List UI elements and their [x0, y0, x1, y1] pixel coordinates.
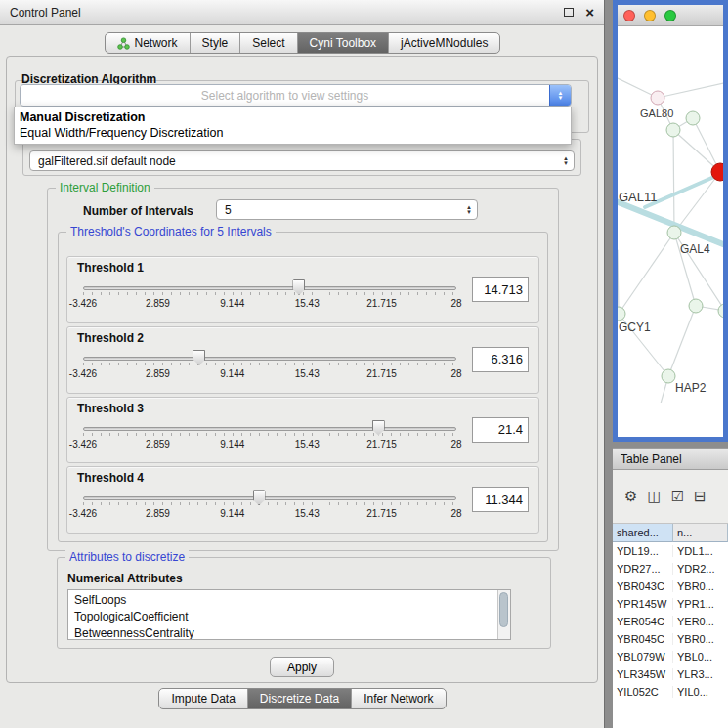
- tab-style[interactable]: Style: [190, 33, 240, 53]
- table-cell[interactable]: YBL079W: [613, 651, 673, 663]
- network-edge[interactable]: [673, 130, 674, 233]
- combo-stepper-icon[interactable]: ▲ ▼: [549, 85, 571, 106]
- table-cell[interactable]: YDL1...: [673, 545, 728, 557]
- tab-discretize-data[interactable]: Discretize Data: [247, 689, 351, 708]
- dropdown-item-manual-discretization[interactable]: Manual Discretization: [15, 109, 571, 125]
- table-row[interactable]: YDL19...YDL1...: [613, 542, 728, 560]
- network-canvas[interactable]: GAL80GAL11GAL4GCY1HAP2: [618, 26, 723, 403]
- table-row[interactable]: YLR345WYLR3...: [613, 665, 728, 683]
- table-row[interactable]: YBR043CYBR0...: [613, 578, 728, 595]
- network-node[interactable]: [618, 307, 625, 321]
- zoom-button[interactable]: [664, 10, 676, 21]
- table-cell[interactable]: YDR2...: [673, 563, 728, 575]
- select-all-icon[interactable]: ☑: [671, 488, 684, 505]
- network-node[interactable]: [651, 91, 664, 105]
- table-cell[interactable]: YPR145W: [613, 598, 673, 610]
- list-item-betweennesscentrality[interactable]: BetweennessCentrality: [74, 625, 510, 640]
- float-window-icon[interactable]: [564, 8, 574, 17]
- table-cell[interactable]: YDR27...: [613, 563, 673, 575]
- tab-impute-data[interactable]: Impute Data: [159, 689, 246, 708]
- threshold-4-value-field[interactable]: 11.344: [472, 487, 529, 512]
- threshold-3-value-field[interactable]: 21.4: [472, 417, 529, 443]
- network-view-window[interactable]: GAL80GAL11GAL4GCY1HAP2: [613, 0, 728, 442]
- network-node[interactable]: [718, 304, 723, 318]
- table-cell[interactable]: YBR043C: [613, 580, 673, 592]
- table-cell[interactable]: YDL19...: [613, 545, 673, 557]
- table-cell[interactable]: YPR1...: [673, 598, 728, 610]
- slider-track[interactable]: [83, 427, 456, 431]
- close-button[interactable]: [623, 10, 635, 21]
- table-cell[interactable]: YBR0...: [673, 633, 728, 645]
- table-cell[interactable]: YER054C: [613, 616, 673, 627]
- number-of-intervals-combobox[interactable]: 5 ▲ ▼: [216, 199, 478, 220]
- numerical-attributes-list[interactable]: SelfLoopsTopologicalCoefficientBetweenne…: [67, 589, 511, 640]
- table-row[interactable]: YBR045CYBR0...: [613, 630, 728, 648]
- scale-label: 9.144: [220, 368, 244, 379]
- table-row[interactable]: YIL052CYIL0...: [613, 683, 728, 701]
- table-row[interactable]: YER054CYER0...: [613, 613, 728, 630]
- scale-label: 9.144: [220, 439, 244, 450]
- network-window-titlebar[interactable]: [618, 5, 723, 26]
- list-scrollbar[interactable]: [497, 590, 510, 639]
- slider-track[interactable]: [83, 357, 456, 361]
- gear-icon[interactable]: ⚙: [624, 488, 637, 505]
- tab-label: Infer Network: [364, 692, 433, 706]
- network-edge[interactable]: [618, 201, 723, 246]
- apply-button[interactable]: Apply: [270, 657, 334, 677]
- table-data-combobox[interactable]: galFiltered.sif default node ▲ ▼: [29, 150, 575, 171]
- tab-jactivemnodules[interactable]: jActiveMNodules: [388, 33, 499, 53]
- column-header-name[interactable]: n...: [673, 524, 728, 542]
- combo-stepper-icon[interactable]: ▲ ▼: [558, 156, 574, 166]
- node-label-hap2: HAP2: [675, 381, 707, 395]
- scale-label: 28: [450, 368, 461, 379]
- table-row[interactable]: YDR27...YDR2...: [613, 560, 728, 578]
- network-node[interactable]: [666, 123, 680, 137]
- threshold-2-slider[interactable]: [83, 349, 456, 366]
- network-edge[interactable]: [673, 130, 720, 172]
- network-node[interactable]: [686, 111, 700, 125]
- slider-track[interactable]: [83, 286, 456, 290]
- table-cell[interactable]: YIL0...: [673, 686, 728, 698]
- table-cell[interactable]: YBR045C: [613, 633, 673, 645]
- list-item-selfloops[interactable]: SelfLoops: [74, 592, 510, 609]
- column-header-shared-name[interactable]: shared...: [613, 524, 673, 542]
- table-cell[interactable]: YLR345W: [613, 668, 673, 680]
- network-node[interactable]: [662, 369, 675, 383]
- scrollbar-thumb[interactable]: [499, 592, 508, 627]
- table-cell[interactable]: YBL0...: [673, 651, 728, 663]
- threshold-1-slider[interactable]: [83, 278, 456, 296]
- tab-network[interactable]: Network: [106, 33, 190, 53]
- tab-cyni-toolbox[interactable]: Cyni Toolbox: [297, 33, 388, 53]
- clear-selection-icon[interactable]: ⊟: [694, 488, 707, 505]
- table-row[interactable]: YPR145WYPR1...: [613, 595, 728, 613]
- control-panel-titlebar[interactable]: Control Panel ×: [0, 0, 604, 25]
- network-edge[interactable]: [674, 172, 720, 233]
- table-row[interactable]: YBL079WYBL0...: [613, 648, 728, 665]
- threshold-1-value-field[interactable]: 14.713: [472, 277, 529, 302]
- close-window-icon[interactable]: ×: [585, 7, 594, 19]
- columns-icon[interactable]: ◫: [647, 488, 661, 505]
- network-edge[interactable]: [668, 306, 696, 376]
- network-edge[interactable]: [658, 82, 723, 98]
- algorithm-combobox[interactable]: Select algorithm to view settings ▲ ▼: [20, 84, 572, 107]
- table-cell[interactable]: YER0...: [673, 616, 728, 627]
- combo-stepper-icon[interactable]: ▲ ▼: [461, 205, 477, 215]
- network-edge[interactable]: [619, 233, 674, 314]
- list-item-topologicalcoefficient[interactable]: TopologicalCoefficient: [74, 609, 510, 625]
- network-edge[interactable]: [618, 250, 619, 314]
- tab-select[interactable]: Select: [239, 33, 296, 53]
- table-cell[interactable]: YBR0...: [673, 580, 728, 592]
- network-node[interactable]: [689, 299, 703, 313]
- network-graph[interactable]: GAL80GAL11GAL4GCY1HAP2: [618, 26, 723, 403]
- slider-track[interactable]: [83, 496, 456, 500]
- threshold-panel-1: Threshold 1-3.4262.8599.14415.4321.71528…: [66, 256, 539, 323]
- table-cell[interactable]: YIL052C: [613, 686, 673, 698]
- dropdown-item-equal-width-frequency-discretization[interactable]: Equal Width/Frequency Discretization: [15, 125, 571, 141]
- table-cell[interactable]: YLR3...: [673, 668, 728, 680]
- threshold-3-slider[interactable]: [83, 419, 456, 437]
- minimize-button[interactable]: [644, 10, 656, 21]
- tab-infer-network[interactable]: Infer Network: [351, 689, 445, 708]
- threshold-2-value-field[interactable]: 6.316: [472, 347, 529, 372]
- network-node[interactable]: [667, 226, 681, 239]
- threshold-4-slider[interactable]: [83, 489, 456, 506]
